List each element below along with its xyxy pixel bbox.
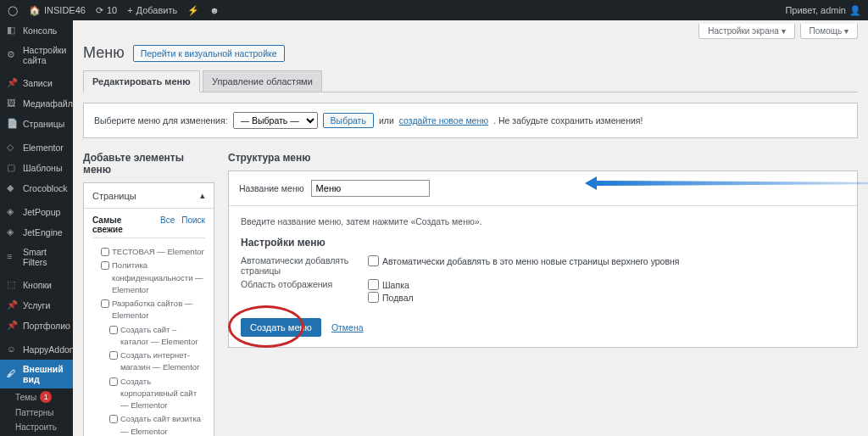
page-item[interactable]: Создать сайт – каталог — Elementor [92,323,205,349]
page-item[interactable]: Разработка сайтов — Elementor [92,297,205,323]
sidebar-item-0[interactable]: ◧Консоль [0,20,73,41]
site-name[interactable]: 🏠 INSIDE46 [29,5,86,16]
jet-icon: ◈ [7,226,19,238]
menu-select[interactable]: — Выбрать — [233,112,318,129]
media-icon: 🖼 [7,98,19,109]
menu-name-input[interactable] [311,180,430,197]
tab-search[interactable]: Поиск [181,215,205,234]
pages-box-header[interactable]: Страницы▴ [84,183,214,209]
sub-themes[interactable]: Темы 1 [0,388,73,405]
sidebar-item-6[interactable]: ▢Шаблоны [0,158,73,178]
admin-bar: ◯ 🏠 INSIDE46 ⟳ 10 + Добавить ⚡ ☻ Привет,… [0,0,868,20]
svg-marker-0 [585,176,868,190]
screen-options-btn[interactable]: Настройки экрана ▾ [698,24,794,39]
pin-icon: 📌 [7,299,19,311]
sidebar-item-11[interactable]: ⬚Кнопки [0,275,73,295]
pin-icon: 📌 [7,320,19,332]
sidebar-item-12[interactable]: 📌Услуги [0,295,73,316]
elementor-icon: ◇ [7,142,19,154]
tabs: Редактировать меню Управление областями [83,70,858,92]
visual-editor-btn[interactable]: Перейти к визуальной настройке [133,45,285,62]
page-list: ТЕСТОВАЯ — ElementorПолитика конфиденциа… [92,245,205,436]
pin-icon: 📌 [7,77,19,89]
help-btn[interactable]: Помощь ▾ [800,24,858,39]
add-new[interactable]: + Добавить [127,5,177,15]
button-icon: ⬚ [7,279,19,291]
page-item[interactable]: Создать корпоративный сайт — Elementor [92,375,205,413]
page-check[interactable] [101,248,109,256]
tab-manage-locations[interactable]: Управление областями [203,70,322,92]
pick-menu-bar: Выберите меню для изменения: — Выбрать —… [83,103,858,138]
tab-edit-menus[interactable]: Редактировать меню [83,70,200,92]
or-text: или [379,115,394,126]
sub-patterns[interactable]: Паттерны [0,405,73,420]
sidebar-item-1[interactable]: ⚙Настройки сайта [0,41,73,70]
wp-logo[interactable]: ◯ [7,4,19,16]
sidebar-item-4[interactable]: 📄Страницы [0,114,73,134]
arrow-annotation-icon [585,175,868,192]
page-check[interactable] [109,415,118,423]
menu-settings-title: Настройки меню [241,237,845,249]
page-check[interactable] [101,299,109,308]
tab-all[interactable]: Все [160,215,175,234]
create-new-link[interactable]: создайте новое меню [399,115,488,126]
page-check[interactable] [109,377,118,386]
location-label: Область отображения [241,279,368,305]
sidebar-item-10[interactable]: ≡Smart Filters [0,243,73,271]
sidebar-item-7[interactable]: ◆Crocoblock [0,178,73,198]
sidebar-item-15[interactable]: 🖌Внешний вид [0,360,73,388]
add-items-title: Добавьте элементы меню [83,152,214,176]
cancel-link[interactable]: Отмена [331,322,364,333]
greeting[interactable]: Привет, admin 👤 [785,5,861,16]
theme-icon[interactable]: ☻ [209,5,220,15]
chevron-up-icon: ▴ [200,190,205,201]
page-icon: 📄 [7,118,19,130]
jet-icon: ◈ [7,206,19,218]
sidebar-item-13[interactable]: 📌Портфолио [0,316,73,336]
sidebar-item-14[interactable]: ☺HappyAddons [0,339,73,360]
select-btn[interactable]: Выбрать [323,113,374,128]
auto-add-check[interactable] [368,255,379,266]
page-check[interactable] [101,261,109,270]
page-title: Меню Перейти к визуальной настройке [83,44,858,62]
loc-header-check[interactable] [368,279,379,290]
sidebar-item-5[interactable]: ◇Elementor [0,137,73,158]
tab-recent[interactable]: Самые свежие [92,215,153,234]
gear-icon: ⚙ [7,49,19,61]
sidebar-item-3[interactable]: 🖼Медиафайлы [0,93,73,114]
admin-sidebar: ◧Консоль⚙Настройки сайта📌Записи🖼Медиафай… [0,20,73,436]
filter-icon: ≡ [7,251,19,263]
loc-footer-check[interactable] [368,292,379,303]
dashboard-icon: ◧ [7,25,19,36]
menu-structure-title: Структура меню [228,152,858,164]
cache-icon[interactable]: ⚡ [187,5,199,16]
create-menu-btn[interactable]: Создать меню [241,318,321,337]
template-icon: ▢ [7,162,19,174]
happy-icon: ☺ [7,344,19,355]
auto-add-label: Автоматически добавлять страницы [241,255,368,276]
sidebar-item-9[interactable]: ◈JetEngine [0,222,73,243]
sub-customize[interactable]: Настроить [0,420,73,434]
sidebar-item-2[interactable]: 📌Записи [0,73,73,93]
page-item[interactable]: ТЕСТОВАЯ — Elementor [92,245,205,259]
appearance-icon: 🖌 [7,368,19,380]
page-check[interactable] [109,351,118,360]
menu-name-label: Название меню [239,183,304,193]
page-item[interactable]: Создать сайт визитка — Elementor [92,412,205,436]
sidebar-item-8[interactable]: ◈JetPopup [0,202,73,222]
note: . Не забудьте сохранить изменения! [493,115,643,126]
updates[interactable]: ⟳ 10 [96,5,117,16]
page-check[interactable] [109,326,118,334]
page-item[interactable]: Политика конфиденциальности — Elementor [92,259,205,297]
page-item[interactable]: Создать интернет-магазин — Elementor [92,349,205,375]
pick-menu-label: Выберите меню для изменения: [94,115,228,126]
menu-desc: Введите название меню, затем нажмите «Со… [241,216,845,226]
croco-icon: ◆ [7,182,19,194]
